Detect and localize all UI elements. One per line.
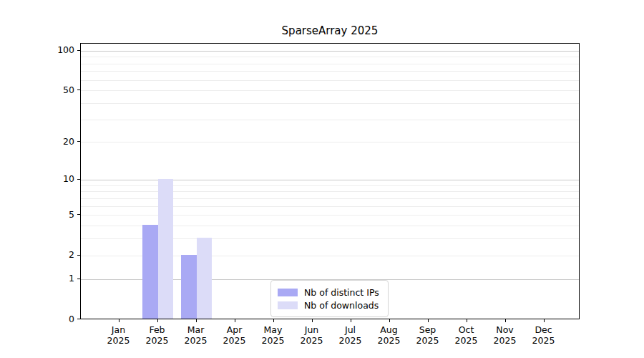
major-gridline-10 (81, 180, 579, 180)
minor-gridline-70 (81, 71, 579, 72)
y-tick-label-0: 0 (29, 314, 74, 324)
minor-gridline-5 (81, 215, 579, 216)
x-tick-label-apr: Apr2025 (213, 325, 256, 346)
bar-nb-of-downloads-mar (197, 238, 213, 319)
x-label-year: 2025 (406, 336, 449, 347)
legend-item-distinct-ips: Nb of distinct IPs (278, 286, 381, 298)
x-tick-dec (544, 319, 545, 322)
x-tick-jun (312, 319, 313, 322)
x-label-month: Jul (329, 325, 372, 336)
x-tick-label-mar: Mar2025 (175, 325, 218, 346)
y-tick-label-100: 100 (29, 44, 74, 55)
legend-swatch-downloads (278, 301, 298, 309)
y-tick-100 (77, 50, 80, 51)
bar-nb-of-downloads-feb (158, 179, 174, 319)
x-label-month: Nov (484, 325, 527, 336)
x-tick-nov (505, 319, 506, 322)
x-tick-label-dec: Dec2025 (522, 325, 565, 346)
x-tick-label-may: May2025 (252, 325, 295, 346)
y-tick-label-10: 10 (29, 173, 74, 184)
legend: Nb of distinct IPs Nb of downloads (270, 280, 389, 317)
x-tick-label-oct: Oct2025 (445, 325, 488, 346)
x-label-month: Feb (136, 325, 179, 336)
x-label-month: Dec (522, 325, 565, 336)
x-label-year: 2025 (291, 336, 333, 347)
minor-gridline-80 (81, 64, 579, 64)
x-label-month: Jun (291, 325, 333, 336)
minor-gridline-30 (81, 120, 579, 120)
x-label-month: Sep (406, 325, 449, 336)
minor-gridline-9 (81, 185, 579, 186)
x-label-year: 2025 (522, 336, 565, 347)
plot-area (80, 43, 580, 319)
x-label-month: May (252, 325, 295, 336)
minor-gridline-7 (81, 198, 579, 199)
major-gridline-100 (81, 51, 579, 52)
minor-gridline-6 (81, 206, 579, 207)
y-tick-label-50: 50 (29, 84, 74, 95)
minor-gridline-50 (81, 90, 579, 91)
x-label-month: Aug (368, 325, 411, 336)
x-tick-label-sep: Sep2025 (406, 325, 449, 346)
legend-label-distinct-ips: Nb of distinct IPs (304, 287, 379, 298)
y-tick-0 (77, 319, 80, 319)
x-label-year: 2025 (175, 336, 218, 347)
x-label-month: Apr (213, 325, 256, 336)
bar-nb-of-distinct-ips-mar (181, 255, 197, 319)
chart-canvas: SparseArray 2025 0125102050100 Jan2025Fe… (0, 0, 644, 358)
y-tick-label-20: 20 (29, 136, 74, 147)
legend-swatch-distinct-ips (278, 289, 298, 296)
x-label-month: Jan (97, 325, 140, 336)
bar-nb-of-distinct-ips-feb (142, 225, 158, 319)
x-tick-label-feb: Feb2025 (136, 325, 179, 346)
chart-title: SparseArray 2025 (80, 24, 580, 37)
y-tick-50 (77, 90, 80, 90)
x-tick-may (273, 319, 274, 322)
y-tick-label-5: 5 (29, 209, 74, 220)
x-tick-jul (351, 319, 351, 322)
minor-gridline-40 (81, 103, 579, 104)
x-tick-label-jan: Jan2025 (97, 325, 140, 346)
x-tick-sep (428, 319, 429, 322)
x-label-year: 2025 (484, 336, 527, 347)
legend-item-downloads: Nb of downloads (278, 299, 381, 311)
y-tick-10 (77, 179, 80, 180)
x-tick-aug (389, 319, 390, 322)
minor-gridline-90 (81, 57, 579, 57)
x-tick-label-nov: Nov2025 (484, 325, 527, 346)
x-tick-apr (235, 319, 235, 322)
x-tick-mar (196, 319, 197, 322)
x-label-year: 2025 (252, 336, 295, 347)
x-tick-label-jun: Jun2025 (291, 325, 333, 346)
x-label-year: 2025 (213, 336, 256, 347)
x-tick-feb (157, 319, 158, 322)
x-label-year: 2025 (136, 336, 179, 347)
y-tick-20 (77, 141, 80, 142)
x-label-year: 2025 (368, 336, 411, 347)
x-tick-jan (119, 319, 119, 322)
x-label-year: 2025 (445, 336, 488, 347)
x-tick-label-jul: Jul2025 (329, 325, 372, 346)
legend-label-downloads: Nb of downloads (304, 300, 379, 311)
x-label-year: 2025 (97, 336, 140, 347)
x-label-year: 2025 (329, 336, 372, 347)
y-tick-5 (77, 214, 80, 215)
y-tick-label-2: 2 (29, 249, 74, 260)
x-tick-label-aug: Aug2025 (368, 325, 411, 346)
y-tick-1 (77, 279, 80, 279)
x-label-month: Oct (445, 325, 488, 336)
minor-gridline-20 (81, 142, 579, 142)
y-tick-2 (77, 255, 80, 256)
minor-gridline-8 (81, 191, 579, 192)
x-tick-oct (467, 319, 467, 322)
minor-gridline-60 (81, 80, 579, 81)
x-label-month: Mar (175, 325, 218, 336)
y-tick-label-1: 1 (29, 273, 74, 284)
